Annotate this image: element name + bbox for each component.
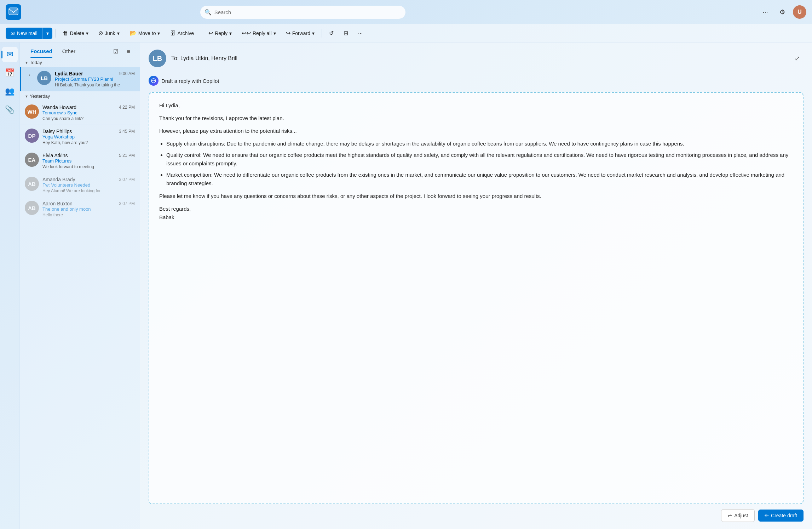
delete-button[interactable]: 🗑 Delete ▾ — [58, 28, 93, 39]
email-time: 5:21 PM — [119, 153, 135, 158]
new-mail-dropdown-icon[interactable]: ▾ — [42, 28, 52, 39]
nav-calendar-button[interactable]: 📅 — [2, 65, 18, 81]
copilot-bar: Draft a reply with Copilot — [149, 74, 804, 88]
adjust-label: Adjust — [734, 513, 748, 518]
email-time: 9:00 AM — [119, 71, 135, 76]
reading-header: LB To: Lydia Utkin, Henry Brill ⤢ — [149, 50, 804, 67]
people-nav-icon: 👥 — [5, 87, 15, 96]
junk-button[interactable]: ⊘ Junk ▾ — [94, 28, 124, 39]
archive-button[interactable]: 🗄 Archive — [166, 28, 198, 39]
email-expand-button[interactable]: › — [26, 71, 34, 79]
email-item[interactable]: AB Amanda Brady 3:07 PM Fw: Volunteers N… — [20, 173, 140, 197]
draft-closing-line: Please let me know if you have any quest… — [159, 192, 793, 200]
nav-attachments-button[interactable]: 📎 — [2, 102, 18, 118]
tab-other-label: Other — [62, 48, 76, 54]
draft-bullet-1: Supply chain disruptions: Due to the pan… — [166, 140, 793, 148]
email-item[interactable]: › LB Lydia Bauer 9:00 AM Project Gamma F… — [20, 67, 140, 91]
reply-all-button[interactable]: ↩↩ Reply all ▾ — [237, 28, 280, 39]
move-to-icon: 📂 — [129, 30, 137, 36]
email-subject: Team Pictures — [42, 158, 135, 164]
more-options-button[interactable]: ··· — [759, 6, 772, 18]
expand-reading-button[interactable]: ⤢ — [791, 52, 804, 65]
nav-people-button[interactable]: 👥 — [2, 84, 18, 99]
tabs-row: Focused Other ☑ ≡ — [20, 42, 140, 58]
forward-dropdown-icon: ▾ — [312, 30, 315, 36]
tab-focused[interactable]: Focused — [25, 45, 57, 58]
archive-label: Archive — [177, 30, 194, 36]
adjust-icon: ⇌ — [728, 513, 732, 518]
draft-transition: However, please pay extra attention to t… — [159, 127, 793, 135]
calendar-view-icon: ⊞ — [344, 30, 348, 36]
junk-dropdown-icon: ▾ — [117, 30, 120, 36]
ellipsis-icon: ··· — [762, 8, 768, 16]
toolbar-more-button[interactable]: ··· — [354, 28, 367, 39]
gear-icon: ⚙ — [779, 8, 785, 16]
settings-button[interactable]: ⚙ — [776, 6, 789, 18]
draft-actions: ⇌ Adjust ✏ Create draft — [149, 509, 804, 522]
undo-button[interactable]: ↺ — [325, 28, 338, 39]
toolbar-divider-2 — [201, 29, 201, 38]
email-subject: Project Gamma FY23 Planni — [55, 76, 135, 82]
email-item[interactable]: DP Daisy Phillips 3:45 PM Yoga Workshop … — [20, 125, 140, 149]
draft-sign-off-text: Best regards, — [159, 206, 191, 212]
nav-mail-button[interactable]: ✉ — [2, 47, 18, 62]
toolbar-divider-1 — [55, 29, 56, 38]
tab-focused-label: Focused — [30, 48, 52, 54]
junk-icon: ⊘ — [98, 30, 103, 36]
adjust-button[interactable]: ⇌ Adjust — [721, 509, 755, 522]
email-item[interactable]: WH Wanda Howard 4:22 PM Tomorrow's Sync … — [20, 101, 140, 125]
email-item[interactable]: EA Elvia Atkins 5:21 PM Team Pictures We… — [20, 149, 140, 173]
draft-box[interactable]: Hi Lydia, Thank you for the revisions, I… — [149, 92, 804, 504]
create-draft-button[interactable]: ✏ Create draft — [758, 510, 804, 522]
email-preview: Hello there — [42, 212, 135, 217]
create-draft-label: Create draft — [771, 513, 797, 518]
email-preview: Can you share a link? — [42, 116, 135, 121]
top-right-controls: ··· ⚙ U — [759, 5, 806, 19]
email-subject: Tomorrow's Sync — [42, 110, 135, 115]
select-all-button[interactable]: ☑ — [110, 46, 121, 57]
draft-bullet-3: Market competition: We need to different… — [166, 171, 793, 188]
draft-opening: Thank you for the revisions, I approve t… — [159, 114, 793, 123]
new-mail-button[interactable]: ✉ New mail ▾ — [6, 28, 52, 39]
today-chevron-icon: ▾ — [25, 60, 28, 65]
tab-other[interactable]: Other — [57, 45, 81, 58]
reply-icon: ↩ — [208, 30, 213, 36]
left-nav: ✉ 📅 👥 📎 — [0, 42, 20, 529]
reply-button[interactable]: ↩ Reply ▾ — [204, 28, 236, 39]
sender-name: Wanda Howard — [42, 104, 76, 110]
mail-icon: ✉ — [11, 30, 15, 36]
filter-button[interactable]: ≡ — [123, 46, 134, 57]
email-item[interactable]: AB Aaron Buxton 3:07 PM The one and only… — [20, 197, 140, 221]
forward-icon: ↪ — [286, 30, 290, 36]
yesterday-chevron-icon: ▾ — [25, 94, 28, 99]
move-to-button[interactable]: 📂 Move to ▾ — [125, 28, 165, 39]
attachments-nav-icon: 📎 — [5, 105, 15, 114]
sender-name: Daisy Phillips — [42, 129, 72, 134]
sender-name: Amanda Brady — [42, 177, 75, 182]
create-draft-icon: ✏ — [765, 513, 769, 518]
new-mail-label: New mail — [17, 30, 38, 36]
email-preview: Hey Katri, how are you? — [42, 140, 135, 145]
email-subject: Yoga Workshop — [42, 134, 135, 140]
reading-to: To: Lydia Utkin, Henry Brill — [171, 55, 237, 62]
avatar[interactable]: U — [793, 5, 806, 19]
avatar: DP — [25, 129, 39, 143]
avatar: AB — [25, 177, 39, 191]
email-time: 3:07 PM — [119, 177, 135, 182]
calendar-view-button[interactable]: ⊞ — [339, 28, 352, 39]
forward-button[interactable]: ↪ Forward ▾ — [282, 28, 319, 39]
avatar: EA — [25, 153, 39, 167]
reply-all-icon: ↩↩ — [242, 30, 251, 36]
email-time: 4:22 PM — [119, 105, 135, 110]
main-content: ✉ 📅 👥 📎 Focused Other ☑ ≡ ▾ Toda — [0, 42, 812, 529]
email-preview: Hi Babak, Thank you for taking the — [55, 83, 135, 87]
svg-point-2 — [151, 79, 156, 83]
draft-name: Babak — [159, 214, 174, 220]
sender-name: Elvia Atkins — [42, 153, 68, 158]
search-input[interactable] — [200, 6, 405, 19]
sender-avatar: LB — [149, 50, 166, 67]
search-icon: 🔍 — [205, 9, 212, 16]
undo-icon: ↺ — [329, 30, 334, 36]
reply-dropdown-icon: ▾ — [229, 30, 232, 36]
draft-sign-off: Best regards, Babak — [159, 205, 793, 222]
